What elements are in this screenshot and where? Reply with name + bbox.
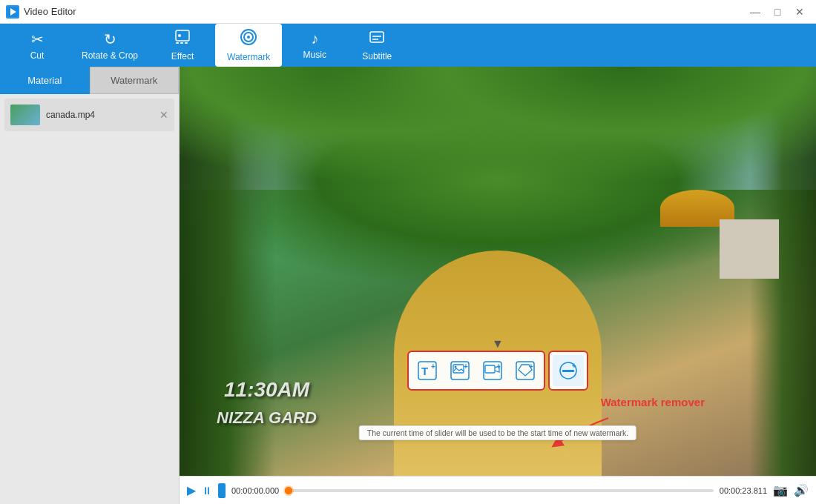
video-controls: ▶ ⏸ 00:00:00.000 00:00:23.811 📷 🔊 (180, 476, 816, 504)
watermark-remover-annotation: Watermark remover (601, 396, 705, 409)
svg-rect-21 (485, 365, 495, 373)
time-end: 00:00:23.811 (720, 486, 767, 495)
svg-point-3 (178, 34, 181, 37)
tab-bar: ✂ Cut ↻ Rotate & Crop Effect Watermark ♪… (0, 24, 816, 67)
sidebar: Material Watermark canada.mp4 ✕ (0, 67, 180, 504)
svg-rect-10 (370, 32, 384, 42)
tab-rotate-label: Rotate & Crop (82, 50, 138, 61)
watermark-remove-button[interactable]: + (553, 355, 584, 386)
svg-rect-17 (453, 365, 464, 373)
watermark-overlay-time: 11:30AM (224, 378, 309, 402)
thumbnail (10, 105, 40, 125)
right-scene (645, 190, 779, 279)
maximize-button[interactable]: □ (767, 4, 788, 20)
app-icon (6, 5, 19, 19)
add-shape-button[interactable]: + (510, 355, 541, 386)
toolbar-group-main: T+ + + + (407, 351, 545, 391)
svg-rect-26 (562, 370, 574, 372)
svg-rect-5 (180, 42, 183, 44)
svg-rect-2 (176, 30, 189, 41)
tab-watermark[interactable]: Watermark (215, 24, 282, 67)
watermark-overlay-place: NIZZA GARD (217, 408, 317, 428)
volume-button[interactable]: 🔊 (794, 483, 809, 497)
video-frame: 11:30AM NIZZA GARD ▼ T+ + (180, 67, 816, 476)
play-button[interactable]: ▶ (187, 483, 196, 497)
window-controls: — □ ✕ (745, 4, 810, 20)
progress-bar[interactable] (285, 489, 714, 492)
minimize-button[interactable]: — (745, 4, 766, 20)
pause-button[interactable]: ⏸ (202, 485, 212, 497)
app-title: Video Editor (24, 6, 76, 17)
tab-cut[interactable]: ✂ Cut (7, 26, 67, 65)
svg-text:+: + (496, 362, 501, 371)
tab-music[interactable]: ♪ Music (285, 26, 344, 64)
title-bar: Video Editor — □ ✕ (0, 0, 816, 24)
tab-watermark-label: Watermark (227, 52, 270, 62)
close-button[interactable]: ✕ (789, 4, 810, 20)
svg-text:+: + (529, 362, 533, 371)
media-item[interactable]: canada.mp4 ✕ (4, 99, 174, 131)
floating-toolbar: ▼ T+ + + (407, 351, 588, 391)
toolbar-group-remover: + (548, 351, 588, 391)
cut-icon: ✂ (31, 30, 44, 48)
time-start: 00:00:00.000 (231, 486, 279, 495)
video-content: 11:30AM NIZZA GARD ▼ T+ + (180, 67, 816, 476)
svg-text:+: + (572, 362, 576, 370)
add-image-button[interactable]: + (444, 355, 476, 386)
title-bar-left: Video Editor (6, 5, 76, 19)
tooltip-message: The current time of slider will be used … (359, 425, 636, 440)
tab-subtitle[interactable]: Subtitle (347, 24, 407, 66)
main-area: Material Watermark canada.mp4 ✕ (0, 67, 816, 504)
playhead[interactable] (285, 487, 292, 494)
svg-point-18 (455, 366, 457, 368)
tab-cut-label: Cut (30, 50, 45, 61)
sidebar-tab-bar: Material Watermark (0, 67, 179, 94)
svg-point-9 (247, 36, 250, 39)
file-name: canada.mp4 (46, 110, 95, 120)
remove-media-button[interactable]: ✕ (159, 109, 168, 121)
add-video-button[interactable]: + (477, 355, 508, 386)
svg-text:+: + (464, 362, 468, 371)
add-text-button[interactable]: T+ (412, 355, 443, 386)
sidebar-tab-watermark[interactable]: Watermark (90, 67, 180, 94)
tab-effect-label: Effect (171, 51, 194, 62)
stop-button[interactable] (218, 483, 226, 498)
rotate-icon: ↻ (104, 30, 116, 48)
watermark-remover-label: Watermark remover (601, 396, 705, 408)
effect-icon (174, 29, 191, 49)
sidebar-tab-material[interactable]: Material (0, 67, 90, 94)
sidebar-content: canada.mp4 ✕ (0, 94, 179, 504)
tab-effect[interactable]: Effect (153, 24, 212, 66)
svg-text:+: + (431, 362, 435, 371)
tab-music-label: Music (303, 50, 326, 60)
watermark-icon (240, 28, 257, 50)
subtitle-icon (369, 29, 385, 49)
music-icon: ♪ (311, 30, 318, 47)
svg-text:T: T (421, 365, 428, 377)
video-panel: 11:30AM NIZZA GARD ▼ T+ + (180, 67, 816, 504)
tab-subtitle-label: Subtitle (362, 51, 392, 62)
snapshot-button[interactable]: 📷 (773, 483, 788, 497)
svg-rect-6 (185, 42, 188, 44)
tab-rotate[interactable]: ↻ Rotate & Crop (70, 26, 150, 65)
building (720, 219, 779, 279)
svg-rect-4 (176, 42, 179, 44)
dropdown-arrow: ▼ (492, 337, 504, 351)
